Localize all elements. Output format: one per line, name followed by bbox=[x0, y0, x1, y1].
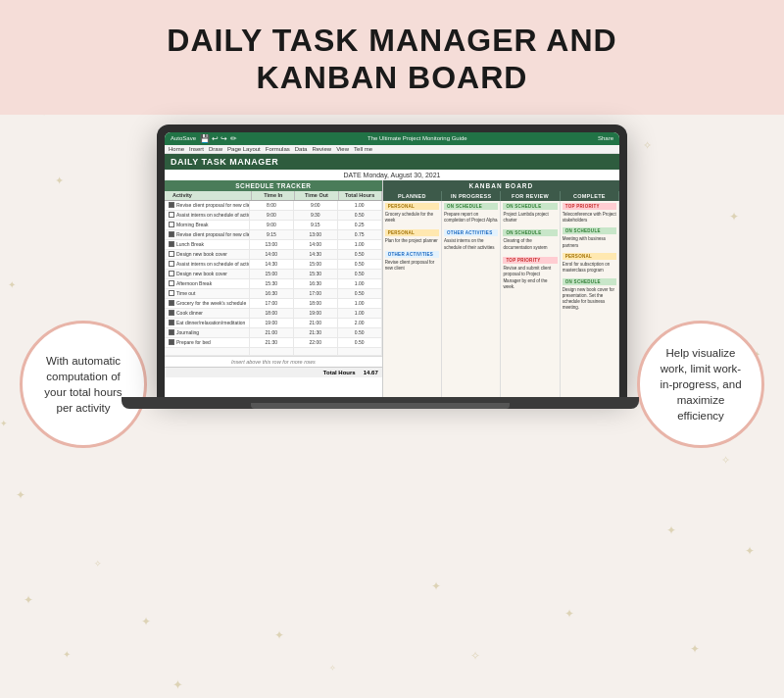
table-row: Design new book cover 15:00 15:30 0.50 bbox=[165, 270, 382, 279]
kanban-complete-col: TOP PRIORITY Teleconference with Project… bbox=[561, 201, 619, 397]
kanban-col-for-review: FOR REVIEW bbox=[501, 191, 560, 201]
kanban-for-review-col: ON SCHEDULE Project Lambda project chart… bbox=[501, 201, 560, 397]
laptop-screen: AutoSave 💾 ↩ ↪ ✏ The Ultimate Project Mo… bbox=[165, 132, 619, 397]
excel-toolbar: AutoSave 💾 ↩ ↪ ✏ The Ultimate Project Mo… bbox=[165, 132, 619, 145]
menu-draw[interactable]: Draw bbox=[209, 146, 222, 152]
kanban-col-complete: COMPLETE bbox=[561, 191, 619, 201]
main-title: DAILY TASK MANAGER AND KANBAN BOARD bbox=[20, 22, 764, 97]
kanban-tag: ON SCHEDULE bbox=[444, 203, 498, 210]
menu-insert[interactable]: Insert bbox=[189, 146, 204, 152]
table-row bbox=[165, 348, 382, 356]
kanban-tag: OTHER ACTIVITIES bbox=[385, 251, 439, 258]
laptop-base bbox=[122, 397, 639, 409]
laptop-outer: AutoSave 💾 ↩ ↪ ✏ The Ultimate Project Mo… bbox=[157, 125, 627, 397]
schedule-footer: Insert above this row for more rows bbox=[165, 356, 382, 367]
col-time-in: Time In bbox=[252, 191, 295, 200]
col-time-out: Time Out bbox=[295, 191, 338, 200]
laptop-wrapper: AutoSave 💾 ↩ ↪ ✏ The Ultimate Project Mo… bbox=[157, 125, 627, 409]
kanban-card: Prepare report on completion of Project … bbox=[444, 212, 498, 224]
table-row: Prepare for bed 21:30 22:00 0.50 bbox=[165, 338, 382, 348]
table-row: Assist interns on schedule of activities… bbox=[165, 260, 382, 270]
kanban-body: PERSONAL Grocery schedule for the week P… bbox=[383, 201, 619, 397]
table-row: Cook dinner 18:00 19:00 1.00 bbox=[165, 309, 382, 319]
kanban-tag: OTHER ACTIVITIES bbox=[444, 229, 498, 236]
table-row: Revise client proposal for new client 9:… bbox=[165, 230, 382, 240]
table-row: Afternoon Break 15:30 16:30 1.00 bbox=[165, 279, 382, 289]
col-total-hours: Total Hours bbox=[339, 191, 382, 200]
kanban-col-headers: PLANNED IN PROGRESS FOR REVIEW COMPLETE bbox=[383, 191, 619, 201]
kanban-card: Revise client proposal for new client bbox=[385, 260, 439, 273]
kanban-tag: PERSONAL bbox=[385, 229, 439, 236]
total-hours-row: Total Hours 14.67 bbox=[165, 367, 382, 377]
kanban-tag: TOP PRIORITY bbox=[503, 257, 557, 264]
kanban-tag: TOP PRIORITY bbox=[563, 203, 616, 210]
menu-formulas[interactable]: Formulas bbox=[266, 146, 290, 152]
menu-page-layout[interactable]: Page Layout bbox=[227, 146, 261, 152]
table-row: Time out 16:30 17:00 0.50 bbox=[165, 289, 382, 299]
table-row: Grocery for the week's schedule 17:00 18… bbox=[165, 299, 382, 309]
kanban-card: Design new book cover for presentation. … bbox=[563, 287, 616, 312]
kanban-card: Revise and submit client proposal to Pro… bbox=[503, 266, 557, 290]
kanban-planned-col: PERSONAL Grocery schedule for the week P… bbox=[383, 201, 442, 397]
spreadsheet-body: SCHEDULE TRACKER Activity Time In Time O… bbox=[165, 180, 619, 397]
right-badge: Help visualize work, limit work-in-progr… bbox=[637, 321, 764, 448]
date-row: DATE Monday, August 30, 2021 bbox=[165, 170, 619, 180]
kanban-card: Enrol for subscription on masterclass pr… bbox=[563, 262, 616, 274]
content-area: With automatic computation of your total… bbox=[0, 115, 784, 458]
kanban-card: Assist interns on the schedule of their … bbox=[444, 238, 498, 251]
kanban-card: Project Lambda project charter bbox=[503, 212, 557, 224]
kanban-tag: ON SCHEDULE bbox=[563, 278, 616, 285]
left-badge: With automatic computation of your total… bbox=[20, 321, 147, 448]
autosave-label: AutoSave bbox=[171, 135, 196, 141]
table-row: Eat dinner/relaxation/meditation 19:00 2… bbox=[165, 319, 382, 328]
kanban-col-in-progress: IN PROGRESS bbox=[442, 191, 501, 201]
table-row: Morning Break 9:00 9:15 0.25 bbox=[165, 221, 382, 230]
menu-review[interactable]: Review bbox=[312, 146, 331, 152]
menu-home[interactable]: Home bbox=[169, 146, 184, 152]
table-row: Assist interns on schedule of activities… bbox=[165, 211, 382, 221]
share-btn[interactable]: Share bbox=[598, 135, 613, 141]
table-row: Revise client proposal for new client 8:… bbox=[165, 201, 382, 211]
kanban-tag: ON SCHEDULE bbox=[503, 229, 557, 236]
kanban-tag: PERSONAL bbox=[385, 203, 439, 210]
table-row: Journaling 21:00 21:30 0.50 bbox=[165, 328, 382, 338]
kanban-title: KANBAN BOARD bbox=[383, 180, 619, 191]
col-activity: Activity bbox=[165, 191, 252, 200]
menu-tell-me[interactable]: Tell me bbox=[354, 146, 372, 152]
kanban-card: Clearing of the documentation system bbox=[503, 238, 557, 251]
kanban-col-planned: PLANNED bbox=[383, 191, 442, 201]
table-row: Design new book cover 14:00 14:30 0.50 bbox=[165, 250, 382, 260]
kanban-tag: ON SCHEDULE bbox=[503, 203, 557, 210]
kanban-in-progress-col: ON SCHEDULE Prepare report on completion… bbox=[442, 201, 501, 397]
schedule-col-headers: Activity Time In Time Out Total Hours bbox=[165, 191, 382, 201]
kanban-section: KANBAN BOARD PLANNED IN PROGRESS FOR REV… bbox=[383, 180, 619, 397]
menu-view[interactable]: View bbox=[336, 146, 349, 152]
table-row: Lunch Break 13:00 14:00 1.00 bbox=[165, 240, 382, 250]
file-name: The Ultimate Project Monitoring Guide bbox=[368, 135, 467, 141]
kanban-card: Grocery schedule for the week bbox=[385, 212, 439, 224]
kanban-tag: PERSONAL bbox=[563, 253, 616, 260]
schedule-section: SCHEDULE TRACKER Activity Time In Time O… bbox=[165, 180, 383, 397]
excel-title-bar: Home Insert Draw Page Layout Formulas Da… bbox=[165, 145, 619, 154]
kanban-card: Meeting with business partners bbox=[563, 236, 616, 249]
kanban-card: Plan for the project planner bbox=[385, 238, 439, 244]
kanban-card: Teleconference with Project stakeholders bbox=[563, 212, 616, 224]
kanban-tag: ON SCHEDULE bbox=[563, 227, 616, 234]
total-hours-label: Total Hours bbox=[323, 370, 356, 375]
total-hours-value: 14.67 bbox=[364, 370, 378, 375]
menu-data[interactable]: Data bbox=[295, 146, 308, 152]
top-banner: DAILY TASK MANAGER AND KANBAN BOARD bbox=[0, 0, 784, 115]
spreadsheet-header: DAILY TASK MANAGER bbox=[165, 154, 619, 170]
schedule-title: SCHEDULE TRACKER bbox=[165, 180, 382, 191]
